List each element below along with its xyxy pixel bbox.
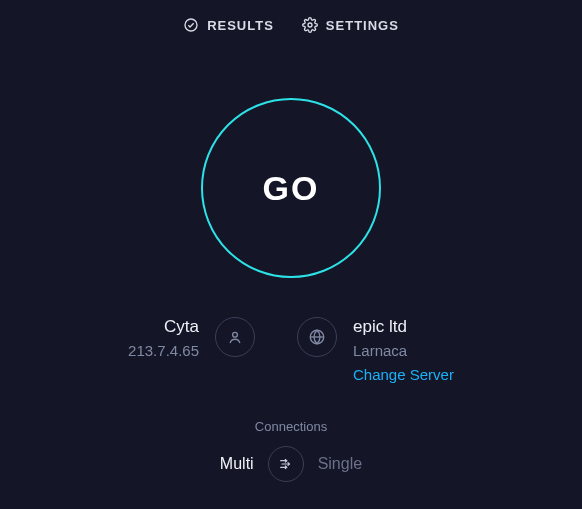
go-area: GO [0,98,582,278]
client-ip: 213.7.4.65 [128,339,199,363]
settings-label: SETTINGS [326,18,399,33]
server-provider: epic ltd [353,315,454,339]
user-icon [215,317,255,357]
results-tab[interactable]: RESULTS [183,17,274,33]
server-city: Larnaca [353,339,454,363]
globe-icon [297,317,337,357]
connection-info: Cyta 213.7.4.65 epic ltd Larnaca Change … [0,315,582,387]
top-nav: RESULTS SETTINGS [0,0,582,33]
results-label: RESULTS [207,18,274,33]
client-isp: Cyta [128,315,199,339]
connection-mode: Multi Single [0,446,582,482]
client-block: Cyta 213.7.4.65 [128,315,255,387]
go-label: GO [263,169,320,208]
gear-icon [302,17,318,33]
mode-toggle[interactable] [268,446,304,482]
connections-label: Connections [0,419,582,434]
settings-tab[interactable]: SETTINGS [302,17,399,33]
change-server-link[interactable]: Change Server [353,363,454,387]
server-block: epic ltd Larnaca Change Server [297,315,454,387]
svg-point-1 [308,23,312,27]
mode-multi[interactable]: Multi [220,455,254,473]
multi-arrows-icon [278,456,294,472]
svg-point-2 [233,332,238,337]
mode-single[interactable]: Single [318,455,362,473]
go-button[interactable]: GO [201,98,381,278]
svg-point-0 [185,19,197,31]
results-icon [183,17,199,33]
